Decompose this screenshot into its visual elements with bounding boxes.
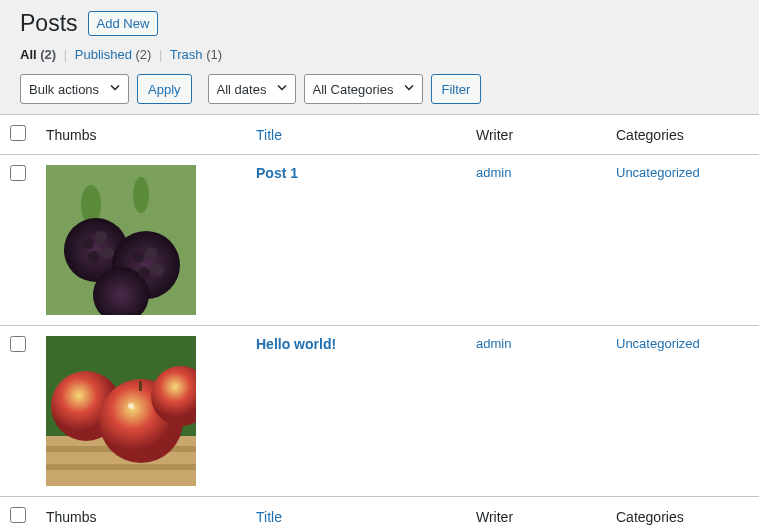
svg-point-10 — [132, 251, 144, 263]
select-all-checkbox-footer[interactable] — [10, 507, 26, 523]
filter-published-label: Published — [75, 47, 132, 62]
post-thumbnail[interactable] — [46, 165, 196, 315]
category-filter-select[interactable]: All Categories — [304, 74, 423, 104]
post-title-link[interactable]: Hello world! — [256, 336, 336, 352]
row-checkbox[interactable] — [10, 336, 26, 352]
separator: | — [60, 47, 71, 62]
filter-published[interactable]: Published (2) — [75, 47, 155, 62]
svg-point-6 — [82, 237, 94, 249]
bulk-actions-select[interactable]: Bulk actions — [20, 74, 129, 104]
filter-trash-label: Trash — [170, 47, 203, 62]
col-writer-footer[interactable]: Writer — [466, 497, 606, 527]
svg-point-11 — [145, 247, 157, 259]
svg-rect-22 — [139, 381, 142, 391]
svg-point-21 — [128, 403, 134, 409]
svg-point-9 — [102, 247, 114, 259]
posts-table: Thumbs Title Writer Categories — [0, 114, 759, 526]
svg-point-12 — [138, 267, 150, 279]
col-categories[interactable]: Categories — [606, 115, 759, 155]
filter-trash-count: (1) — [206, 47, 222, 62]
row-checkbox[interactable] — [10, 165, 26, 181]
table-row: Hello world! admin Uncategorized — [0, 326, 759, 497]
filter-all[interactable]: All (2) — [20, 47, 60, 62]
filter-all-count: (2) — [40, 47, 56, 62]
post-thumbnail[interactable] — [46, 336, 196, 486]
status-filters: All (2) | Published (2) | Trash (1) — [20, 47, 739, 62]
svg-rect-17 — [46, 464, 196, 470]
svg-point-7 — [95, 231, 107, 243]
apply-button[interactable]: Apply — [137, 74, 192, 104]
svg-point-13 — [152, 264, 164, 276]
col-title-footer[interactable]: Title — [246, 497, 466, 527]
filter-all-label: All — [20, 47, 37, 62]
add-new-button[interactable]: Add New — [88, 11, 159, 36]
post-author-link[interactable]: admin — [476, 165, 511, 180]
svg-point-8 — [88, 251, 100, 263]
date-filter-select[interactable]: All dates — [208, 74, 296, 104]
col-writer[interactable]: Writer — [466, 115, 606, 155]
post-title-link[interactable]: Post 1 — [256, 165, 298, 181]
select-all-checkbox[interactable] — [10, 125, 26, 141]
col-categories-footer[interactable]: Categories — [606, 497, 759, 527]
post-category-link[interactable]: Uncategorized — [616, 336, 700, 351]
separator: | — [155, 47, 166, 62]
post-category-link[interactable]: Uncategorized — [616, 165, 700, 180]
page-title: Posts — [20, 10, 78, 37]
col-title[interactable]: Title — [246, 115, 466, 155]
filter-trash[interactable]: Trash (1) — [170, 47, 222, 62]
post-author-link[interactable]: admin — [476, 336, 511, 351]
filter-button[interactable]: Filter — [431, 74, 482, 104]
table-row: Post 1 admin Uncategorized — [0, 155, 759, 326]
col-thumbs-footer[interactable]: Thumbs — [36, 497, 246, 527]
col-thumbs[interactable]: Thumbs — [36, 115, 246, 155]
filter-published-count: (2) — [136, 47, 152, 62]
svg-point-2 — [133, 177, 149, 213]
